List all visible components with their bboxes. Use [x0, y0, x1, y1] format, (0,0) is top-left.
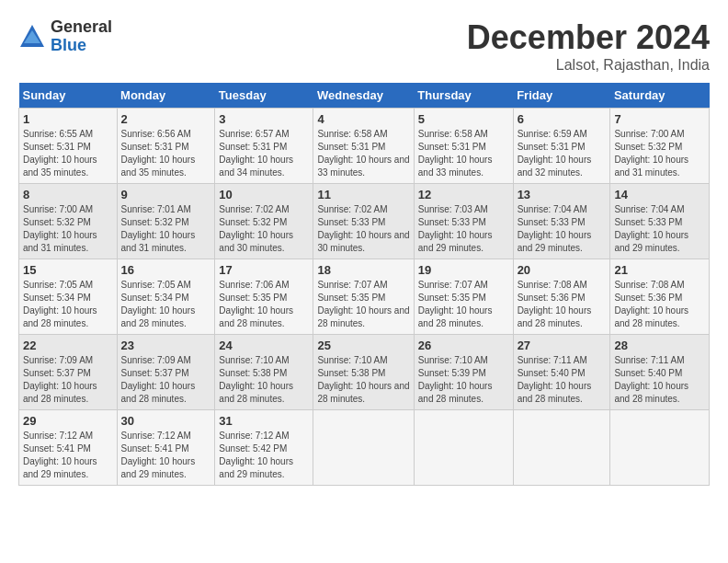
day-number: 10 — [219, 188, 309, 201]
day-number: 14 — [614, 188, 705, 201]
logo-blue: Blue — [51, 37, 112, 55]
day-info: Sunrise: 7:11 AMSunset: 5:40 PMDaylight:… — [614, 355, 688, 404]
table-row: 6 Sunrise: 6:59 AMSunset: 5:31 PMDayligh… — [513, 109, 610, 184]
day-info: Sunrise: 7:00 AMSunset: 5:32 PMDaylight:… — [614, 129, 688, 178]
table-row — [414, 410, 513, 486]
table-row: 4 Sunrise: 6:58 AMSunset: 5:31 PMDayligh… — [313, 109, 414, 184]
col-monday: Monday — [117, 83, 215, 109]
col-tuesday: Tuesday — [215, 83, 313, 109]
day-number: 2 — [121, 112, 211, 126]
calendar-row: 15 Sunrise: 7:05 AMSunset: 5:34 PMDaylig… — [19, 259, 710, 335]
table-row: 20 Sunrise: 7:08 AMSunset: 5:36 PMDaylig… — [513, 259, 610, 335]
col-thursday: Thursday — [414, 83, 513, 109]
day-info: Sunrise: 7:04 AMSunset: 5:33 PMDaylight:… — [614, 204, 688, 253]
table-row: 14 Sunrise: 7:04 AMSunset: 5:33 PMDaylig… — [610, 184, 710, 259]
day-number: 24 — [219, 339, 309, 352]
table-row: 11 Sunrise: 7:02 AMSunset: 5:33 PMDaylig… — [313, 184, 414, 259]
col-friday: Friday — [513, 83, 610, 109]
day-number: 29 — [23, 414, 113, 428]
day-number: 1 — [23, 112, 113, 126]
day-info: Sunrise: 7:11 AMSunset: 5:40 PMDaylight:… — [518, 355, 592, 404]
logo-text: General Blue — [51, 18, 112, 55]
table-row: 27 Sunrise: 7:11 AMSunset: 5:40 PMDaylig… — [513, 335, 610, 410]
day-info: Sunrise: 7:08 AMSunset: 5:36 PMDaylight:… — [614, 280, 688, 328]
day-info: Sunrise: 6:56 AMSunset: 5:31 PMDaylight:… — [121, 129, 196, 178]
day-info: Sunrise: 7:09 AMSunset: 5:37 PMDaylight:… — [23, 355, 97, 404]
table-row: 10 Sunrise: 7:02 AMSunset: 5:32 PMDaylig… — [215, 184, 313, 259]
col-saturday: Saturday — [610, 83, 710, 109]
table-row: 31 Sunrise: 7:12 AMSunset: 5:42 PMDaylig… — [215, 410, 313, 486]
day-info: Sunrise: 7:09 AMSunset: 5:37 PMDaylight:… — [121, 355, 196, 404]
day-number: 22 — [23, 339, 113, 352]
table-row: 24 Sunrise: 7:10 AMSunset: 5:38 PMDaylig… — [215, 335, 313, 410]
table-row: 13 Sunrise: 7:04 AMSunset: 5:33 PMDaylig… — [513, 184, 610, 259]
day-info: Sunrise: 7:02 AMSunset: 5:32 PMDaylight:… — [219, 204, 293, 253]
day-number: 13 — [518, 188, 607, 201]
day-number: 20 — [518, 263, 607, 277]
day-info: Sunrise: 7:01 AMSunset: 5:32 PMDaylight:… — [121, 204, 196, 253]
table-row: 30 Sunrise: 7:12 AMSunset: 5:41 PMDaylig… — [117, 410, 215, 486]
table-row: 12 Sunrise: 7:03 AMSunset: 5:33 PMDaylig… — [414, 184, 513, 259]
day-number: 8 — [23, 188, 113, 201]
day-number: 19 — [418, 263, 509, 277]
logo-icon — [18, 23, 46, 51]
day-info: Sunrise: 7:00 AMSunset: 5:32 PMDaylight:… — [23, 204, 97, 253]
day-number: 18 — [317, 263, 409, 277]
day-info: Sunrise: 7:07 AMSunset: 5:35 PMDaylight:… — [317, 280, 409, 328]
table-row: 9 Sunrise: 7:01 AMSunset: 5:32 PMDayligh… — [117, 184, 215, 259]
logo-general: General — [51, 18, 112, 37]
table-row: 26 Sunrise: 7:10 AMSunset: 5:39 PMDaylig… — [414, 335, 513, 410]
table-row: 25 Sunrise: 7:10 AMSunset: 5:38 PMDaylig… — [313, 335, 414, 410]
day-info: Sunrise: 7:02 AMSunset: 5:33 PMDaylight:… — [317, 204, 409, 253]
table-row: 1 Sunrise: 6:55 AMSunset: 5:31 PMDayligh… — [19, 109, 118, 184]
location: Lalsot, Rajasthan, India — [467, 57, 710, 74]
day-number: 3 — [219, 112, 309, 126]
table-row: 17 Sunrise: 7:06 AMSunset: 5:35 PMDaylig… — [215, 259, 313, 335]
table-row — [513, 410, 610, 486]
day-info: Sunrise: 7:12 AMSunset: 5:41 PMDaylight:… — [121, 431, 196, 479]
day-info: Sunrise: 7:07 AMSunset: 5:35 PMDaylight:… — [418, 280, 493, 328]
table-row: 23 Sunrise: 7:09 AMSunset: 5:37 PMDaylig… — [117, 335, 215, 410]
table-row: 8 Sunrise: 7:00 AMSunset: 5:32 PMDayligh… — [19, 184, 118, 259]
logo: General Blue — [18, 18, 112, 55]
col-sunday: Sunday — [19, 83, 118, 109]
day-number: 6 — [518, 112, 607, 126]
day-number: 4 — [317, 112, 409, 126]
table-row: 15 Sunrise: 7:05 AMSunset: 5:34 PMDaylig… — [19, 259, 118, 335]
page-header: General Blue December 2024 Lalsot, Rajas… — [18, 18, 710, 74]
day-number: 21 — [614, 263, 705, 277]
day-info: Sunrise: 7:12 AMSunset: 5:41 PMDaylight:… — [23, 431, 97, 479]
day-info: Sunrise: 7:10 AMSunset: 5:38 PMDaylight:… — [317, 355, 409, 404]
day-info: Sunrise: 7:12 AMSunset: 5:42 PMDaylight:… — [219, 431, 293, 479]
day-number: 31 — [219, 414, 309, 428]
day-info: Sunrise: 7:05 AMSunset: 5:34 PMDaylight:… — [121, 280, 196, 328]
day-info: Sunrise: 6:58 AMSunset: 5:31 PMDaylight:… — [418, 129, 493, 178]
calendar-row: 8 Sunrise: 7:00 AMSunset: 5:32 PMDayligh… — [19, 184, 710, 259]
table-row: 19 Sunrise: 7:07 AMSunset: 5:35 PMDaylig… — [414, 259, 513, 335]
table-row: 18 Sunrise: 7:07 AMSunset: 5:35 PMDaylig… — [313, 259, 414, 335]
table-row — [610, 410, 710, 486]
day-number: 16 — [121, 263, 211, 277]
calendar-row: 29 Sunrise: 7:12 AMSunset: 5:41 PMDaylig… — [19, 410, 710, 486]
day-number: 12 — [418, 188, 509, 201]
calendar-table: Sunday Monday Tuesday Wednesday Thursday… — [18, 83, 710, 486]
table-row — [313, 410, 414, 486]
day-number: 23 — [121, 339, 211, 352]
day-info: Sunrise: 7:08 AMSunset: 5:36 PMDaylight:… — [518, 280, 592, 328]
table-row: 3 Sunrise: 6:57 AMSunset: 5:31 PMDayligh… — [215, 109, 313, 184]
table-row: 2 Sunrise: 6:56 AMSunset: 5:31 PMDayligh… — [117, 109, 215, 184]
month-title: December 2024 — [467, 18, 710, 57]
table-row: 16 Sunrise: 7:05 AMSunset: 5:34 PMDaylig… — [117, 259, 215, 335]
day-number: 15 — [23, 263, 113, 277]
table-row: 21 Sunrise: 7:08 AMSunset: 5:36 PMDaylig… — [610, 259, 710, 335]
calendar-row: 22 Sunrise: 7:09 AMSunset: 5:37 PMDaylig… — [19, 335, 710, 410]
day-info: Sunrise: 7:04 AMSunset: 5:33 PMDaylight:… — [518, 204, 592, 253]
day-number: 17 — [219, 263, 309, 277]
day-info: Sunrise: 6:58 AMSunset: 5:31 PMDaylight:… — [317, 129, 409, 178]
day-number: 9 — [121, 188, 211, 201]
table-row: 28 Sunrise: 7:11 AMSunset: 5:40 PMDaylig… — [610, 335, 710, 410]
day-info: Sunrise: 7:03 AMSunset: 5:33 PMDaylight:… — [418, 204, 493, 253]
table-row: 22 Sunrise: 7:09 AMSunset: 5:37 PMDaylig… — [19, 335, 118, 410]
calendar-header-row: Sunday Monday Tuesday Wednesday Thursday… — [19, 83, 710, 109]
day-info: Sunrise: 6:59 AMSunset: 5:31 PMDaylight:… — [518, 129, 592, 178]
